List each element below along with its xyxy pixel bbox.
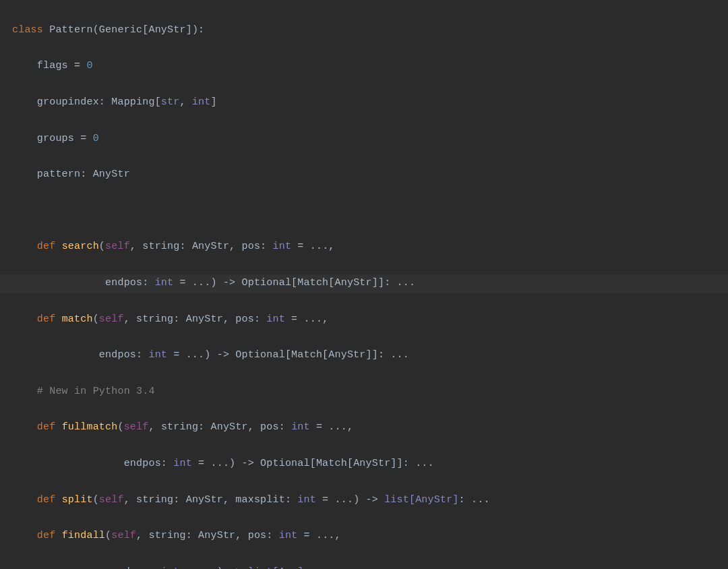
code-line: def fullmatch(self, string: AnyStr, pos:… [12,419,728,437]
code-line: groups = 0 [12,130,728,148]
code-line [12,202,728,220]
func-match: match [62,313,93,325]
code-line: flags = 0 [12,57,728,76]
func-fullmatch: fullmatch [62,421,118,433]
func-search: search [62,241,99,252]
code-line: def findall(self, string: AnyStr, pos: i… [12,527,728,545]
code-line: endpos: int = ...) -> list[Any]: ... [12,564,728,569]
code-line: pattern: AnyStr [12,166,728,184]
class-name: Pattern [49,24,92,36]
code-line: groupindex: Mapping[str, int] [12,94,728,112]
func-split: split [62,494,93,506]
code-line: class Pattern(Generic[AnyStr]): [12,22,728,40]
code-line: endpos: int = ...) -> Optional[Match[Any… [12,455,728,473]
code-line: def match(self, string: AnyStr, pos: int… [12,311,728,329]
keyword-class: class [12,24,43,36]
code-line: endpos: int = ...) -> Optional[Match[Any… [12,347,728,365]
func-findall: findall [62,530,105,541]
comment: # New in Python 3.4 [37,386,155,397]
code-line: def search(self, string: AnyStr, pos: in… [12,238,728,256]
code-line-highlighted: endpos: int = ...) -> Optional[Match[Any… [0,274,728,293]
code-line: # New in Python 3.4 [12,383,728,401]
code-line: def split(self, string: AnyStr, maxsplit… [12,491,728,510]
code-editor[interactable]: class Pattern(Generic[AnyStr]): flags = … [0,0,728,569]
